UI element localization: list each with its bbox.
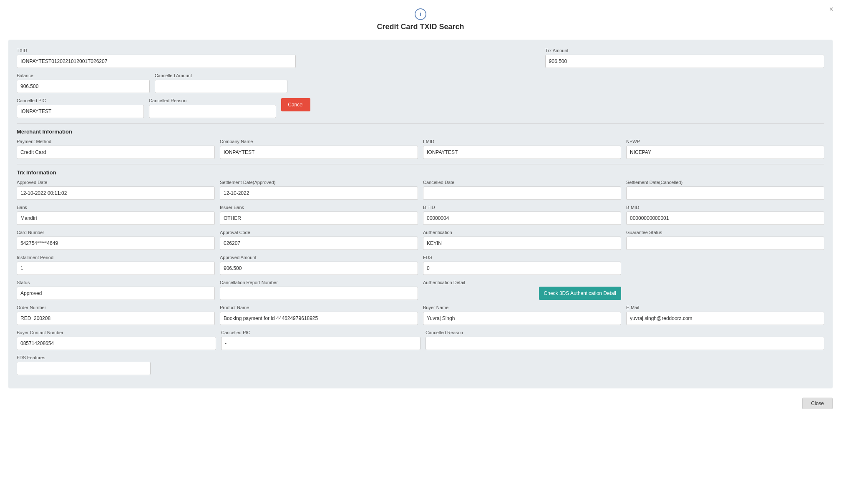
approved-amount-label: Approved Amount [220, 255, 418, 260]
bmid-group: B-MID [626, 205, 824, 225]
company-name-group: Company Name [220, 139, 418, 159]
row-dates: Approved Date Settlement Date(Approved) … [17, 180, 824, 200]
bmid-input[interactable] [626, 212, 824, 225]
approved-amount-input[interactable] [220, 262, 418, 275]
approval-code-group: Approval Code [220, 230, 418, 250]
cancel-button[interactable]: Cancel [281, 98, 310, 111]
buyer-contact-input[interactable] [17, 337, 216, 350]
btid-input[interactable] [423, 212, 621, 225]
cancelled-pic-input[interactable] [17, 105, 144, 118]
approved-amount-group: Approved Amount [220, 255, 418, 275]
payment-method-label: Payment Method [17, 139, 215, 144]
txid-group: TXID [17, 48, 296, 68]
imid-label: I-MID [423, 139, 621, 144]
email-input[interactable] [626, 312, 824, 325]
cancellation-report-input[interactable] [220, 287, 418, 300]
email-label: E-Mail [626, 305, 824, 310]
guarantee-status-label: Guarantee Status [626, 230, 824, 235]
txid-input[interactable] [17, 55, 296, 68]
cancelled-pic2-input[interactable] [221, 337, 420, 350]
buyer-name-input[interactable] [423, 312, 621, 325]
settlement-date-approved-input[interactable] [220, 186, 418, 200]
payment-method-input[interactable] [17, 146, 215, 159]
bank-group: Bank [17, 205, 215, 225]
cancellation-report-group: Cancellation Report Number [220, 280, 418, 300]
product-name-input[interactable] [220, 312, 418, 325]
approved-date-label: Approved Date [17, 180, 215, 185]
imid-group: I-MID [423, 139, 621, 159]
cancelled-amount-input[interactable] [155, 80, 288, 93]
cancelled-date-input[interactable] [423, 186, 621, 200]
npwp-label: NPWP [626, 139, 824, 144]
auth-detail-label: Authentication Detail [423, 280, 621, 285]
order-number-group: Order Number [17, 305, 215, 325]
settlement-date-cancelled-input[interactable] [626, 186, 824, 200]
page-title: Credit Card TXID Search [377, 23, 464, 31]
check-3ds-button[interactable]: Check 3DS Authentication Detail [539, 287, 621, 300]
npwp-input[interactable] [626, 146, 824, 159]
cancelled-reason-input[interactable] [149, 105, 276, 118]
authentication-label: Authentication [423, 230, 621, 235]
txid-label: TXID [17, 48, 296, 53]
cancelled-reason2-label: Cancelled Reason [426, 330, 824, 335]
fds-input[interactable] [423, 262, 621, 275]
approved-date-input[interactable] [17, 186, 215, 200]
card-number-label: Card Number [17, 230, 215, 235]
row-cancelled-pic: Cancelled PIC Cancelled Reason Cancel [17, 98, 824, 118]
buyer-name-group: Buyer Name [423, 305, 621, 325]
close-icon[interactable]: × [829, 5, 833, 14]
company-name-label: Company Name [220, 139, 418, 144]
product-name-label: Product Name [220, 305, 418, 310]
cancelled-reason2-input[interactable] [426, 337, 824, 350]
trx-section-title: Trx Information [17, 169, 824, 176]
row-bank: Bank Issuer Bank B-TID B-MID [17, 205, 824, 225]
buyer-name-label: Buyer Name [423, 305, 621, 310]
info-icon: i [415, 8, 426, 20]
installment-period-input[interactable] [17, 262, 215, 275]
row-installment: Installment Period Approved Amount FDS [17, 255, 824, 275]
order-number-label: Order Number [17, 305, 215, 310]
modal-body: TXID Trx Amount Balance Cancelled Amount [8, 40, 833, 388]
guarantee-status-input[interactable] [626, 237, 824, 250]
bmid-label: B-MID [626, 205, 824, 210]
cancelled-amount-label: Cancelled Amount [155, 73, 288, 78]
authentication-input[interactable] [423, 237, 621, 250]
cancelled-reason-group: Cancelled Reason [149, 98, 276, 118]
imid-input[interactable] [423, 146, 621, 159]
balance-input[interactable] [17, 80, 150, 93]
balance-label: Balance [17, 73, 150, 78]
bank-input[interactable] [17, 212, 215, 225]
btid-group: B-TID [423, 205, 621, 225]
bank-label: Bank [17, 205, 215, 210]
npwp-group: NPWP [626, 139, 824, 159]
trx-amount-group: Trx Amount [545, 48, 824, 68]
footer-close-button[interactable]: Close [802, 398, 833, 409]
status-group: Status [17, 280, 215, 300]
approval-code-label: Approval Code [220, 230, 418, 235]
cancellation-report-label: Cancellation Report Number [220, 280, 418, 285]
status-label: Status [17, 280, 215, 285]
trx-amount-input[interactable] [545, 55, 824, 68]
cancelled-date-group: Cancelled Date [423, 180, 621, 200]
approved-date-group: Approved Date [17, 180, 215, 200]
issuer-bank-input[interactable] [220, 212, 418, 225]
row-card: Card Number Approval Code Authentication… [17, 230, 824, 250]
fds-features-input[interactable] [17, 362, 151, 375]
issuer-bank-group: Issuer Bank [220, 205, 418, 225]
product-name-group: Product Name [220, 305, 418, 325]
settlement-date-cancelled-group: Settlement Date(Cancelled) [626, 180, 824, 200]
modal-header: × i Credit Card TXID Search [0, 0, 841, 35]
card-number-group: Card Number [17, 230, 215, 250]
cancelled-reason-label: Cancelled Reason [149, 98, 276, 103]
issuer-bank-label: Issuer Bank [220, 205, 418, 210]
authentication-group: Authentication [423, 230, 621, 250]
card-number-input[interactable] [17, 237, 215, 250]
merchant-section-title: Merchant Information [17, 129, 824, 135]
row-buyer-contact: Buyer Contact Number Cancelled PIC Cance… [17, 330, 824, 350]
status-input[interactable] [17, 287, 215, 300]
company-name-input[interactable] [220, 146, 418, 159]
approval-code-input[interactable] [220, 237, 418, 250]
btid-label: B-TID [423, 205, 621, 210]
order-number-input[interactable] [17, 312, 215, 325]
buyer-contact-group: Buyer Contact Number [17, 330, 216, 350]
